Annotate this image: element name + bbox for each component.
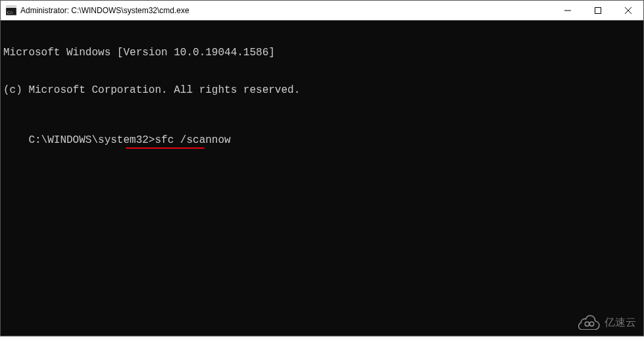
command-text: sfc /scannow <box>155 134 230 146</box>
cmd-icon: C:\ <box>6 5 16 16</box>
svg-rect-1 <box>6 6 16 8</box>
window-controls <box>553 1 643 20</box>
titlebar[interactable]: C:\ Administrator: C:\WINDOWS\system32\c… <box>1 1 643 20</box>
prompt-row: C:\WINDOWS\system32>sfc /scannow <box>28 134 230 147</box>
svg-text:C:\: C:\ <box>7 9 13 14</box>
minimize-button[interactable] <box>553 1 583 20</box>
maximize-button[interactable] <box>583 1 613 20</box>
cmd-window: C:\ Administrator: C:\WINDOWS\system32\c… <box>0 0 644 336</box>
terminal-line: (c) Microsoft Corporation. All rights re… <box>3 84 641 97</box>
close-button[interactable] <box>613 1 643 20</box>
highlight-underline <box>126 147 205 149</box>
svg-rect-4 <box>595 7 601 13</box>
window-title: Administrator: C:\WINDOWS\system32\cmd.e… <box>20 6 189 15</box>
terminal-area[interactable]: Microsoft Windows [Version 10.0.19044.15… <box>1 20 643 336</box>
prompt-text: C:\WINDOWS\system32> <box>28 134 155 146</box>
terminal-line: Microsoft Windows [Version 10.0.19044.15… <box>3 47 641 59</box>
